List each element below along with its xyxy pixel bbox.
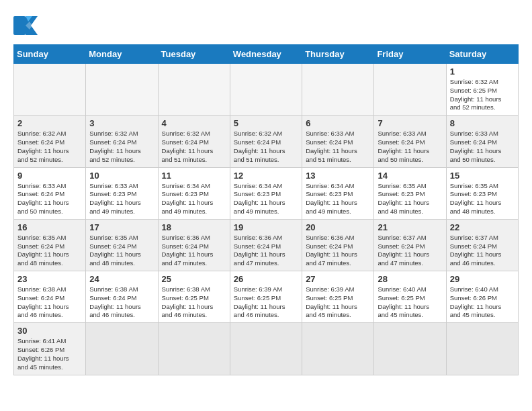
day-info: Sunrise: 6:32 AM Sunset: 6:24 PM Dayligh… — [162, 130, 226, 164]
col-friday: Friday — [374, 45, 446, 64]
day-number: 25 — [162, 274, 226, 284]
day-number: 11 — [162, 171, 226, 181]
logo-icon — [13, 13, 43, 38]
table-row: 23Sunrise: 6:38 AM Sunset: 6:24 PM Dayli… — [14, 271, 86, 323]
day-number: 10 — [89, 171, 154, 181]
col-tuesday: Tuesday — [158, 45, 230, 64]
day-info: Sunrise: 6:35 AM Sunset: 6:23 PM Dayligh… — [450, 182, 515, 216]
table-row: 4Sunrise: 6:32 AM Sunset: 6:24 PM Daylig… — [158, 116, 230, 167]
col-monday: Monday — [86, 45, 158, 64]
table-row: 18Sunrise: 6:36 AM Sunset: 6:24 PM Dayli… — [158, 219, 230, 271]
col-wednesday: Wednesday — [230, 45, 302, 64]
day-number: 9 — [17, 171, 82, 181]
day-info: Sunrise: 6:39 AM Sunset: 6:25 PM Dayligh… — [234, 285, 298, 320]
calendar-week-row: 1Sunrise: 6:32 AM Sunset: 6:25 PM Daylig… — [14, 64, 519, 116]
day-info: Sunrise: 6:35 AM Sunset: 6:24 PM Dayligh… — [89, 234, 154, 268]
day-info: Sunrise: 6:33 AM Sunset: 6:24 PM Dayligh… — [378, 130, 442, 164]
col-saturday: Saturday — [446, 45, 518, 64]
col-thursday: Thursday — [302, 45, 374, 64]
table-row: 28Sunrise: 6:40 AM Sunset: 6:25 PM Dayli… — [374, 271, 446, 323]
table-row: 30Sunrise: 6:41 AM Sunset: 6:26 PM Dayli… — [14, 323, 86, 375]
table-row: 27Sunrise: 6:39 AM Sunset: 6:25 PM Dayli… — [302, 271, 374, 323]
table-row — [158, 323, 230, 375]
calendar-week-row: 2Sunrise: 6:32 AM Sunset: 6:24 PM Daylig… — [14, 116, 519, 167]
day-number: 26 — [234, 274, 298, 284]
table-row: 5Sunrise: 6:32 AM Sunset: 6:24 PM Daylig… — [230, 116, 302, 167]
table-row: 14Sunrise: 6:35 AM Sunset: 6:23 PM Dayli… — [374, 167, 446, 219]
day-number: 4 — [162, 118, 226, 128]
table-row — [302, 323, 374, 375]
day-info: Sunrise: 6:36 AM Sunset: 6:24 PM Dayligh… — [234, 234, 298, 268]
day-number: 28 — [378, 274, 442, 284]
table-row — [158, 64, 230, 116]
day-number: 12 — [234, 171, 298, 181]
table-row — [230, 64, 302, 116]
table-row: 24Sunrise: 6:38 AM Sunset: 6:24 PM Dayli… — [86, 271, 158, 323]
table-row — [86, 64, 158, 116]
day-info: Sunrise: 6:36 AM Sunset: 6:24 PM Dayligh… — [306, 234, 370, 268]
day-number: 18 — [162, 222, 226, 232]
calendar-table: Sunday Monday Tuesday Wednesday Thursday… — [13, 44, 519, 375]
table-row: 7Sunrise: 6:33 AM Sunset: 6:24 PM Daylig… — [374, 116, 446, 167]
day-info: Sunrise: 6:33 AM Sunset: 6:24 PM Dayligh… — [306, 130, 370, 164]
day-number: 29 — [450, 274, 515, 284]
day-number: 20 — [306, 222, 370, 232]
day-info: Sunrise: 6:40 AM Sunset: 6:26 PM Dayligh… — [450, 285, 515, 320]
table-row: 20Sunrise: 6:36 AM Sunset: 6:24 PM Dayli… — [302, 219, 374, 271]
table-row: 9Sunrise: 6:33 AM Sunset: 6:24 PM Daylig… — [14, 167, 86, 219]
table-row: 19Sunrise: 6:36 AM Sunset: 6:24 PM Dayli… — [230, 219, 302, 271]
day-number: 23 — [17, 274, 82, 284]
day-info: Sunrise: 6:37 AM Sunset: 6:24 PM Dayligh… — [450, 234, 515, 268]
day-info: Sunrise: 6:41 AM Sunset: 6:26 PM Dayligh… — [17, 337, 82, 371]
table-row: 6Sunrise: 6:33 AM Sunset: 6:24 PM Daylig… — [302, 116, 374, 167]
day-info: Sunrise: 6:33 AM Sunset: 6:23 PM Dayligh… — [89, 182, 154, 216]
table-row: 2Sunrise: 6:32 AM Sunset: 6:24 PM Daylig… — [14, 116, 86, 167]
day-number: 3 — [89, 118, 154, 128]
calendar-week-row: 30Sunrise: 6:41 AM Sunset: 6:26 PM Dayli… — [14, 323, 519, 375]
day-number: 5 — [234, 118, 298, 128]
day-info: Sunrise: 6:38 AM Sunset: 6:25 PM Dayligh… — [162, 285, 226, 320]
day-info: Sunrise: 6:35 AM Sunset: 6:23 PM Dayligh… — [378, 182, 442, 216]
day-info: Sunrise: 6:36 AM Sunset: 6:24 PM Dayligh… — [162, 234, 226, 268]
day-info: Sunrise: 6:34 AM Sunset: 6:23 PM Dayligh… — [234, 182, 298, 216]
day-number: 8 — [450, 118, 515, 128]
day-number: 30 — [17, 326, 82, 336]
table-row: 3Sunrise: 6:32 AM Sunset: 6:24 PM Daylig… — [86, 116, 158, 167]
table-row — [374, 323, 446, 375]
day-info: Sunrise: 6:32 AM Sunset: 6:25 PM Dayligh… — [450, 78, 515, 112]
day-number: 13 — [306, 171, 370, 181]
day-info: Sunrise: 6:39 AM Sunset: 6:25 PM Dayligh… — [306, 285, 370, 320]
day-number: 7 — [378, 118, 442, 128]
day-info: Sunrise: 6:33 AM Sunset: 6:24 PM Dayligh… — [450, 130, 515, 164]
day-info: Sunrise: 6:34 AM Sunset: 6:23 PM Dayligh… — [162, 182, 226, 216]
table-row: 17Sunrise: 6:35 AM Sunset: 6:24 PM Dayli… — [86, 219, 158, 271]
calendar-week-row: 16Sunrise: 6:35 AM Sunset: 6:24 PM Dayli… — [14, 219, 519, 271]
svg-rect-0 — [13, 16, 26, 35]
table-row: 21Sunrise: 6:37 AM Sunset: 6:24 PM Dayli… — [374, 219, 446, 271]
calendar-week-row: 23Sunrise: 6:38 AM Sunset: 6:24 PM Dayli… — [14, 271, 519, 323]
day-number: 16 — [17, 222, 82, 232]
table-row — [230, 323, 302, 375]
day-number: 6 — [306, 118, 370, 128]
table-row — [446, 323, 518, 375]
table-row: 26Sunrise: 6:39 AM Sunset: 6:25 PM Dayli… — [230, 271, 302, 323]
day-number: 21 — [378, 222, 442, 232]
day-number: 2 — [17, 118, 82, 128]
table-row: 16Sunrise: 6:35 AM Sunset: 6:24 PM Dayli… — [14, 219, 86, 271]
day-info: Sunrise: 6:40 AM Sunset: 6:25 PM Dayligh… — [378, 285, 442, 320]
day-info: Sunrise: 6:33 AM Sunset: 6:24 PM Dayligh… — [17, 182, 82, 216]
table-row: 12Sunrise: 6:34 AM Sunset: 6:23 PM Dayli… — [230, 167, 302, 219]
page-header — [13, 13, 519, 38]
day-info: Sunrise: 6:32 AM Sunset: 6:24 PM Dayligh… — [234, 130, 298, 164]
table-row: 10Sunrise: 6:33 AM Sunset: 6:23 PM Dayli… — [86, 167, 158, 219]
day-number: 24 — [89, 274, 154, 284]
table-row — [374, 64, 446, 116]
table-row: 29Sunrise: 6:40 AM Sunset: 6:26 PM Dayli… — [446, 271, 518, 323]
calendar-header-row: Sunday Monday Tuesday Wednesday Thursday… — [14, 45, 519, 64]
day-info: Sunrise: 6:37 AM Sunset: 6:24 PM Dayligh… — [378, 234, 442, 268]
day-info: Sunrise: 6:38 AM Sunset: 6:24 PM Dayligh… — [89, 285, 154, 320]
day-info: Sunrise: 6:34 AM Sunset: 6:23 PM Dayligh… — [306, 182, 370, 216]
day-number: 19 — [234, 222, 298, 232]
table-row — [86, 323, 158, 375]
day-info: Sunrise: 6:32 AM Sunset: 6:24 PM Dayligh… — [89, 130, 154, 164]
